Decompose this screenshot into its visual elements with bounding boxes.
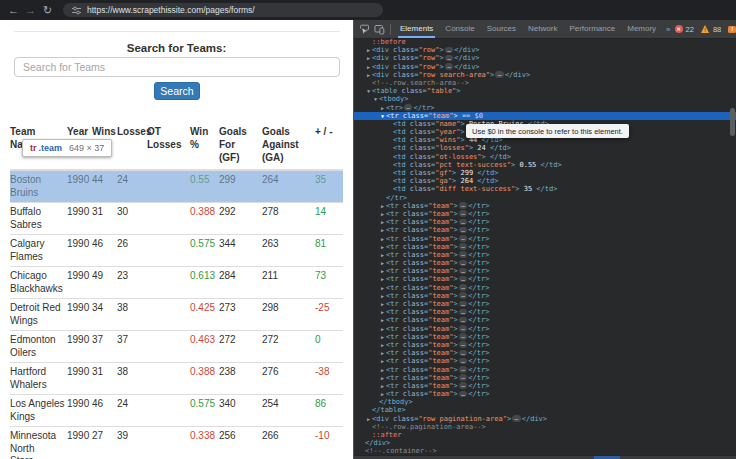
twisty-icon[interactable]: ▼ bbox=[365, 87, 372, 95]
address-bar[interactable]: https://www.scrapethissite.com/pages/for… bbox=[63, 3, 383, 17]
tree-line[interactable]: ▶<tr class="team">…</tr> bbox=[354, 275, 736, 283]
inspect-element-icon[interactable] bbox=[357, 22, 372, 36]
search-button[interactable]: Search bbox=[154, 82, 200, 100]
tree-line[interactable]: ▶<tr class="team">…</tr> bbox=[354, 284, 736, 292]
twisty-icon[interactable]: ▶ bbox=[365, 71, 372, 79]
twisty-icon[interactable]: ▶ bbox=[379, 325, 386, 333]
tree-line[interactable]: ▶<tr class="team">…</tr> bbox=[354, 341, 736, 349]
table-row[interactable]: Hartford Whalers199031380.388238276-38 bbox=[10, 363, 343, 395]
tree-line[interactable]: ▶<tr class="team">…</tr> bbox=[354, 366, 736, 374]
tree-line[interactable]: ▶<tr class="team">…</tr> bbox=[354, 382, 736, 390]
tree-line-selected[interactable]: ▼<tr class="team"> == $0 bbox=[354, 112, 736, 120]
twisty-icon[interactable]: ▼ bbox=[372, 95, 379, 103]
tree-line[interactable]: </table> bbox=[354, 406, 736, 414]
tree-line[interactable]: ▶<div class="row">…</div> bbox=[354, 63, 736, 71]
tree-line[interactable]: ▶<tr class="team">…</tr> bbox=[354, 325, 736, 333]
tree-line[interactable]: ▶<tr class="team">…</tr> bbox=[354, 210, 736, 218]
back-icon[interactable]: ← bbox=[6, 2, 21, 18]
twisty-icon[interactable]: ▶ bbox=[379, 292, 386, 300]
tree-line[interactable]: <td class="pct text-success"> 0.55 </td> bbox=[354, 161, 736, 169]
twisty-icon[interactable]: ▶ bbox=[365, 54, 372, 62]
tree-line[interactable]: ▶<div class="row">…</div> bbox=[354, 54, 736, 62]
tree-line[interactable]: ▶<tr class="team">…</tr> bbox=[354, 243, 736, 251]
error-count[interactable]: 22 bbox=[686, 25, 694, 34]
tree-line[interactable]: ▶<tr class="team">…</tr> bbox=[354, 202, 736, 210]
table-row[interactable]: Buffalo Sabres199031300.38829227814 bbox=[10, 203, 343, 235]
search-input[interactable] bbox=[14, 57, 340, 77]
table-row[interactable]: Los Angeles Kings199046240.57534025486 bbox=[10, 395, 343, 427]
error-icon[interactable]: ✕ bbox=[675, 25, 683, 33]
twisty-icon[interactable]: ▶ bbox=[365, 63, 372, 71]
tree-line[interactable]: ▶<tr class="team">…</tr> bbox=[354, 235, 736, 243]
device-toolbar-icon[interactable] bbox=[372, 22, 387, 36]
twisty-icon[interactable]: ▶ bbox=[379, 275, 386, 283]
tree-line[interactable]: ▶<tr class="team">…</tr> bbox=[354, 226, 736, 234]
table-row[interactable]: Calgary Flames199046260.57534426381 bbox=[10, 235, 343, 267]
twisty-icon[interactable]: ▶ bbox=[379, 267, 386, 275]
tree-line[interactable]: <td class="diff text-success"> 35 </td> bbox=[354, 185, 736, 193]
twisty-icon[interactable]: ▶ bbox=[379, 300, 386, 308]
tree-line[interactable]: <!--.row.search-area--> bbox=[354, 79, 736, 87]
tree-line[interactable]: ▶<tr class="team">…</tr> bbox=[354, 300, 736, 308]
twisty-icon[interactable]: ▶ bbox=[379, 366, 386, 374]
tree-line[interactable]: ▶<div class="row pagination-area">…</div… bbox=[354, 415, 736, 423]
tree-line[interactable]: ▶<tr class="team">…</tr> bbox=[354, 357, 736, 365]
tree-line[interactable]: ::after bbox=[354, 431, 736, 439]
tab-elements[interactable]: Elements bbox=[394, 20, 439, 38]
tree-line[interactable]: </tbody> bbox=[354, 398, 736, 406]
twisty-icon[interactable]: ▶ bbox=[379, 251, 386, 259]
table-row[interactable]: Minnesota North Stars199027390.338256266… bbox=[10, 427, 343, 459]
tree-line[interactable]: ▼<tbody> bbox=[354, 95, 736, 103]
twisty-icon[interactable]: ▶ bbox=[379, 259, 386, 267]
more-tabs-icon[interactable]: » bbox=[662, 25, 674, 34]
devtools-scrollbar-thumb[interactable] bbox=[730, 108, 735, 136]
tree-line[interactable]: ▶<tr>…</tr> bbox=[354, 104, 736, 112]
twisty-icon[interactable]: ▶ bbox=[379, 210, 386, 218]
twisty-icon[interactable]: ▶ bbox=[379, 235, 386, 243]
tree-line[interactable]: ▶<tr class="team">…</tr> bbox=[354, 333, 736, 341]
issues-icon[interactable]: ! bbox=[728, 26, 736, 33]
tree-line[interactable]: ▶<tr class="team">…</tr> bbox=[354, 374, 736, 382]
twisty-icon[interactable]: ▶ bbox=[379, 349, 386, 357]
twisty-icon[interactable]: ▶ bbox=[379, 202, 386, 210]
twisty-icon[interactable]: ▶ bbox=[379, 357, 386, 365]
twisty-icon[interactable]: ▼ bbox=[379, 112, 386, 120]
tree-line[interactable]: ▶<tr class="team">…</tr> bbox=[354, 251, 736, 259]
twisty-icon[interactable]: ▶ bbox=[379, 390, 386, 398]
twisty-icon[interactable]: ▶ bbox=[379, 308, 386, 316]
table-row[interactable]: Edmonton Oilers199037370.4632722720 bbox=[10, 331, 343, 363]
tree-line[interactable]: </div> bbox=[354, 439, 736, 447]
url-text[interactable]: https://www.scrapethissite.com/pages/for… bbox=[87, 5, 255, 15]
reload-icon[interactable]: ↻ bbox=[40, 2, 55, 18]
tab-memory[interactable]: Memory bbox=[621, 20, 662, 38]
forward-icon[interactable]: → bbox=[23, 2, 38, 18]
tree-line[interactable]: ▶<tr class="team">…</tr> bbox=[354, 316, 736, 324]
tree-line[interactable]: <td class="ot-losses"> </td> bbox=[354, 153, 736, 161]
tree-line[interactable]: ▶<tr class="team">…</tr> bbox=[354, 390, 736, 398]
tab-performance[interactable]: Performance bbox=[563, 20, 621, 38]
tree-line[interactable]: ▶<tr class="team">…</tr> bbox=[354, 292, 736, 300]
twisty-icon[interactable]: ▶ bbox=[379, 284, 386, 292]
site-settings-icon[interactable] bbox=[72, 6, 81, 15]
tree-line[interactable]: <!--.row.pagination-area--> bbox=[354, 423, 736, 431]
warning-count[interactable]: 88 bbox=[713, 25, 721, 34]
tree-line[interactable]: <td class="gf"> 299 </td> bbox=[354, 169, 736, 177]
twisty-icon[interactable]: ▶ bbox=[365, 415, 372, 423]
tree-line[interactable]: </tr> bbox=[354, 194, 736, 202]
tree-line[interactable]: <td class="losses"> 24 </td> bbox=[354, 144, 736, 152]
table-row[interactable]: Detroit Red Wings199034380.425273298-25 bbox=[10, 299, 343, 331]
twisty-icon[interactable]: ▶ bbox=[379, 341, 386, 349]
twisty-icon[interactable]: ▶ bbox=[379, 382, 386, 390]
table-row[interactable]: Chicago Blackhawks199049230.61328421173 bbox=[10, 267, 343, 299]
tab-network[interactable]: Network bbox=[522, 20, 563, 38]
twisty-icon[interactable]: ▶ bbox=[379, 104, 386, 112]
tree-line[interactable]: <td class="ga"> 264 </td> bbox=[354, 177, 736, 185]
tree-line[interactable]: ::before bbox=[354, 38, 736, 46]
twisty-icon[interactable]: ▶ bbox=[379, 226, 386, 234]
twisty-icon[interactable]: ▶ bbox=[379, 316, 386, 324]
twisty-icon[interactable]: ▶ bbox=[379, 374, 386, 382]
tree-line[interactable]: ▶<div class="row search-area">…</div> bbox=[354, 71, 736, 79]
twisty-icon[interactable]: ▶ bbox=[379, 243, 386, 251]
twisty-icon[interactable]: ▶ bbox=[379, 333, 386, 341]
table-row-highlighted[interactable]: Boston Bruins199044240.5529926435 bbox=[10, 170, 343, 203]
